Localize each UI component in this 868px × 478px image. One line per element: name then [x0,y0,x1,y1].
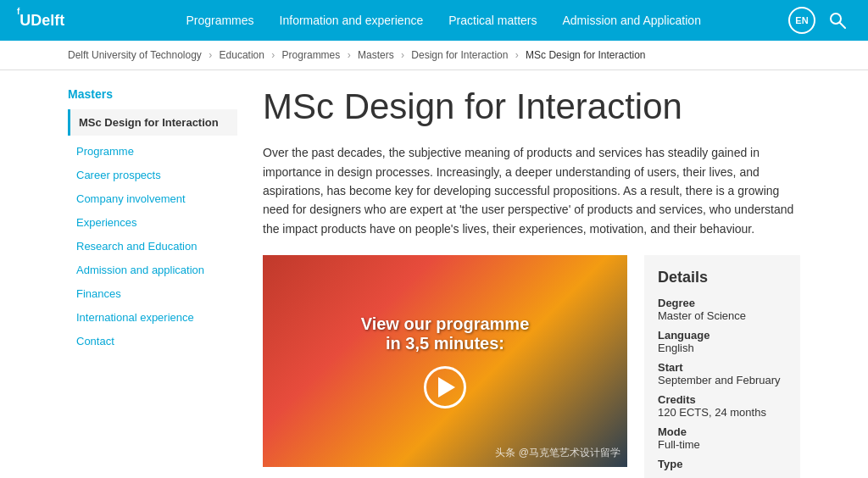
logo-delft: Delft [31,12,64,30]
breadcrumb-link-programmes[interactable]: Programmes [282,49,341,61]
details-row-start: Start September and February [658,361,787,386]
breadcrumb-sep-2: › [271,49,275,61]
top-navigation: fU Delft Programmes Information and expe… [0,0,868,41]
nav-links: Programmes Information and experience Pr… [98,14,788,27]
sidebar: Masters MSc Design for Interaction Progr… [68,87,237,478]
details-value-degree: Master of Science [658,309,787,322]
breadcrumb-current: MSc Design for Interaction [526,49,645,61]
sidebar-item-contact[interactable]: Contact [68,329,237,353]
svg-line-1 [840,23,845,28]
nav-actions: EN [788,7,851,34]
breadcrumb-link-design[interactable]: Design for Interaction [411,49,508,61]
nav-item-programmes[interactable]: Programmes [186,14,253,27]
breadcrumb-link-education[interactable]: Education [220,49,264,61]
breadcrumb: Delft University of Technology › Educati… [0,41,868,70]
sidebar-item-experiences[interactable]: Experiences [68,210,237,234]
sidebar-masters-link[interactable]: Masters [68,87,237,101]
logo-tu: fU [17,12,31,30]
play-button[interactable] [424,366,466,409]
language-button[interactable]: EN [788,7,815,34]
page-description: Over the past decades, the subjective me… [263,143,800,238]
content-bottom: View our programmein 3,5 minutes: 头条 @马克… [263,255,800,478]
details-label-degree: Degree [658,297,787,309]
details-row-degree: Degree Master of Science [658,297,787,322]
details-value-mode: Full-time [658,438,787,451]
nav-item-admission[interactable]: Admission and Application [562,14,700,27]
details-label-mode: Mode [658,425,787,438]
details-title: Details [658,269,787,286]
sidebar-item-international[interactable]: International experience [68,305,237,329]
video-container[interactable]: View our programmein 3,5 minutes: 头条 @马克… [263,255,627,467]
sidebar-item-programme[interactable]: Programme [68,139,237,163]
details-row-credits: Credits 120 ECTS, 24 months [658,393,787,419]
sidebar-item-research[interactable]: Research and Education [68,234,237,258]
sidebar-item-career[interactable]: Career prospects [68,163,237,186]
details-value-start: September and February [658,374,787,386]
details-label-credits: Credits [658,393,787,406]
search-button[interactable] [824,7,851,34]
details-label-type: Type [658,458,787,470]
details-value-credits: 120 ECTS, 24 months [658,406,787,419]
nav-item-information[interactable]: Information and experience [280,14,424,27]
sidebar-sub-menu: Programme Career prospects Company invol… [68,139,237,353]
details-value-language: English [658,342,787,354]
logo[interactable]: fU Delft [17,12,64,30]
main-container: Masters MSc Design for Interaction Progr… [0,70,868,478]
details-row-type: Type [658,458,787,470]
video-text: View our programmein 3,5 minutes: [361,314,530,353]
details-label-language: Language [658,329,787,342]
breadcrumb-sep-4: › [401,49,404,61]
details-label-start: Start [658,361,787,374]
sidebar-item-company[interactable]: Company involvement [68,186,237,210]
search-icon [829,12,846,29]
breadcrumb-sep-3: › [348,49,351,61]
breadcrumb-sep-1: › [209,49,212,61]
video-watermark: 头条 @马克笔艺术设计留学 [495,446,620,460]
breadcrumb-link-university[interactable]: Delft University of Technology [68,49,202,61]
page-content: MSc Design for Interaction Over the past… [263,87,800,478]
details-row-language: Language English [658,329,787,354]
details-row-mode: Mode Full-time [658,425,787,451]
svg-point-0 [831,14,841,24]
details-panel: Details Degree Master of Science Languag… [644,255,800,478]
breadcrumb-sep-5: › [515,49,519,61]
video-overlay: View our programmein 3,5 minutes: [263,255,627,467]
breadcrumb-link-masters[interactable]: Masters [358,49,394,61]
play-icon [438,377,455,397]
sidebar-item-admission[interactable]: Admission and application [68,258,237,281]
sidebar-current-item: MSc Design for Interaction [68,109,237,136]
sidebar-item-finances[interactable]: Finances [68,281,237,305]
nav-item-practical[interactable]: Practical matters [448,14,537,27]
page-title: MSc Design for Interaction [263,87,800,126]
